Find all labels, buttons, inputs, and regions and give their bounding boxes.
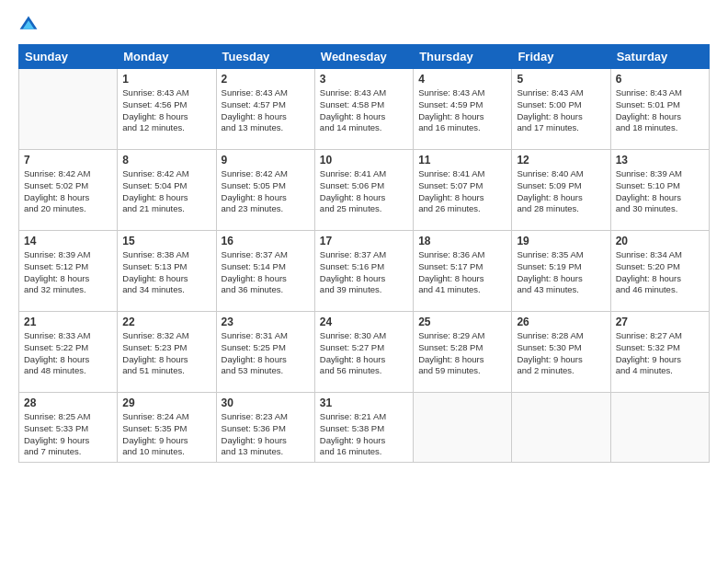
day-number: 3 [320,73,408,86]
cell-text: Sunrise: 8:25 AMSunset: 5:33 PMDaylight:… [24,411,112,458]
cell-text: Sunrise: 8:37 AMSunset: 5:14 PMDaylight:… [222,249,310,296]
cell-text: Sunrise: 8:33 AMSunset: 5:22 PMDaylight:… [24,330,112,377]
day-cell-8: 8Sunrise: 8:42 AMSunset: 5:04 PMDaylight… [118,150,216,231]
header [18,15,710,35]
cell-text: Sunrise: 8:34 AMSunset: 5:20 PMDaylight:… [616,249,704,296]
day-number: 23 [222,316,310,328]
day-cell-7: 7Sunrise: 8:42 AMSunset: 5:02 PMDaylight… [19,150,118,231]
day-number: 13 [616,154,704,167]
day-number: 24 [320,316,408,328]
page: SundayMondayTuesdayWednesdayThursdayFrid… [0,0,728,563]
day-number: 15 [122,235,210,247]
day-number: 12 [517,154,605,167]
day-number: 1 [122,73,210,86]
day-header-thursday: Thursday [414,45,512,69]
day-cell-empty [414,393,512,463]
day-header-wednesday: Wednesday [314,45,413,69]
day-cell-20: 20Sunrise: 8:34 AMSunset: 5:20 PMDayligh… [610,231,709,312]
day-cell-empty [19,69,118,150]
week-row-3: 14Sunrise: 8:39 AMSunset: 5:12 PMDayligh… [19,231,710,312]
day-number: 4 [418,73,506,86]
day-number: 17 [320,235,408,247]
day-cell-31: 31Sunrise: 8:21 AMSunset: 5:38 PMDayligh… [314,393,413,463]
calendar-table: SundayMondayTuesdayWednesdayThursdayFrid… [18,44,710,463]
week-row-1: 1Sunrise: 8:43 AMSunset: 4:56 PMDaylight… [19,69,710,150]
day-cell-3: 3Sunrise: 8:43 AMSunset: 4:58 PMDaylight… [314,69,413,150]
day-number: 20 [616,235,704,247]
cell-text: Sunrise: 8:37 AMSunset: 5:16 PMDaylight:… [320,249,408,296]
day-number: 6 [616,73,704,86]
cell-text: Sunrise: 8:31 AMSunset: 5:25 PMDaylight:… [222,330,310,377]
day-cell-21: 21Sunrise: 8:33 AMSunset: 5:22 PMDayligh… [19,312,118,393]
day-header-sunday: Sunday [19,45,118,69]
cell-text: Sunrise: 8:29 AMSunset: 5:28 PMDaylight:… [418,330,506,377]
day-header-monday: Monday [118,45,216,69]
day-number: 11 [418,154,506,167]
day-header-tuesday: Tuesday [216,45,314,69]
day-number: 5 [517,73,605,86]
day-cell-5: 5Sunrise: 8:43 AMSunset: 5:00 PMDaylight… [512,69,610,150]
cell-text: Sunrise: 8:42 AMSunset: 5:02 PMDaylight:… [24,168,112,215]
cell-text: Sunrise: 8:41 AMSunset: 5:06 PMDaylight:… [320,168,408,215]
day-cell-22: 22Sunrise: 8:32 AMSunset: 5:23 PMDayligh… [118,312,216,393]
day-cell-14: 14Sunrise: 8:39 AMSunset: 5:12 PMDayligh… [19,231,118,312]
day-cell-23: 23Sunrise: 8:31 AMSunset: 5:25 PMDayligh… [216,312,314,393]
day-cell-25: 25Sunrise: 8:29 AMSunset: 5:28 PMDayligh… [414,312,512,393]
day-cell-12: 12Sunrise: 8:40 AMSunset: 5:09 PMDayligh… [512,150,610,231]
day-number: 10 [320,154,408,167]
cell-text: Sunrise: 8:42 AMSunset: 5:04 PMDaylight:… [122,168,210,215]
day-cell-28: 28Sunrise: 8:25 AMSunset: 5:33 PMDayligh… [19,393,118,463]
day-number: 28 [24,396,112,409]
day-cell-24: 24Sunrise: 8:30 AMSunset: 5:27 PMDayligh… [314,312,413,393]
day-cell-6: 6Sunrise: 8:43 AMSunset: 5:01 PMDaylight… [610,69,709,150]
logo [18,15,40,35]
day-cell-18: 18Sunrise: 8:36 AMSunset: 5:17 PMDayligh… [414,231,512,312]
cell-text: Sunrise: 8:43 AMSunset: 4:58 PMDaylight:… [320,87,408,134]
day-header-saturday: Saturday [610,45,709,69]
cell-text: Sunrise: 8:43 AMSunset: 4:59 PMDaylight:… [418,87,506,134]
day-cell-15: 15Sunrise: 8:38 AMSunset: 5:13 PMDayligh… [118,231,216,312]
day-cell-2: 2Sunrise: 8:43 AMSunset: 4:57 PMDaylight… [216,69,314,150]
day-number: 30 [222,396,310,409]
cell-text: Sunrise: 8:35 AMSunset: 5:19 PMDaylight:… [517,249,605,296]
cell-text: Sunrise: 8:40 AMSunset: 5:09 PMDaylight:… [517,168,605,215]
header-row: SundayMondayTuesdayWednesdayThursdayFrid… [19,45,710,69]
day-cell-1: 1Sunrise: 8:43 AMSunset: 4:56 PMDaylight… [118,69,216,150]
day-number: 16 [222,235,310,247]
week-row-4: 21Sunrise: 8:33 AMSunset: 5:22 PMDayligh… [19,312,710,393]
day-number: 7 [24,154,112,167]
day-number: 19 [517,235,605,247]
day-cell-17: 17Sunrise: 8:37 AMSunset: 5:16 PMDayligh… [314,231,413,312]
cell-text: Sunrise: 8:27 AMSunset: 5:32 PMDaylight:… [616,330,704,377]
day-number: 22 [122,316,210,328]
day-cell-empty [512,393,610,463]
day-number: 8 [122,154,210,167]
day-number: 18 [418,235,506,247]
day-cell-27: 27Sunrise: 8:27 AMSunset: 5:32 PMDayligh… [610,312,709,393]
cell-text: Sunrise: 8:43 AMSunset: 4:57 PMDaylight:… [222,87,310,134]
cell-text: Sunrise: 8:24 AMSunset: 5:35 PMDaylight:… [122,411,210,458]
day-cell-19: 19Sunrise: 8:35 AMSunset: 5:19 PMDayligh… [512,231,610,312]
week-row-2: 7Sunrise: 8:42 AMSunset: 5:02 PMDaylight… [19,150,710,231]
day-number: 21 [24,316,112,328]
cell-text: Sunrise: 8:42 AMSunset: 5:05 PMDaylight:… [222,168,310,215]
day-number: 25 [418,316,506,328]
day-number: 9 [222,154,310,167]
cell-text: Sunrise: 8:30 AMSunset: 5:27 PMDaylight:… [320,330,408,377]
day-cell-16: 16Sunrise: 8:37 AMSunset: 5:14 PMDayligh… [216,231,314,312]
cell-text: Sunrise: 8:43 AMSunset: 5:00 PMDaylight:… [517,87,605,134]
week-row-5: 28Sunrise: 8:25 AMSunset: 5:33 PMDayligh… [19,393,710,463]
cell-text: Sunrise: 8:39 AMSunset: 5:12 PMDaylight:… [24,249,112,296]
logo-icon [18,15,39,35]
day-cell-empty [610,393,709,463]
day-cell-11: 11Sunrise: 8:41 AMSunset: 5:07 PMDayligh… [414,150,512,231]
day-cell-30: 30Sunrise: 8:23 AMSunset: 5:36 PMDayligh… [216,393,314,463]
cell-text: Sunrise: 8:36 AMSunset: 5:17 PMDaylight:… [418,249,506,296]
day-number: 29 [122,396,210,409]
day-cell-4: 4Sunrise: 8:43 AMSunset: 4:59 PMDaylight… [414,69,512,150]
day-cell-13: 13Sunrise: 8:39 AMSunset: 5:10 PMDayligh… [610,150,709,231]
day-number: 26 [517,316,605,328]
day-number: 31 [320,396,408,409]
cell-text: Sunrise: 8:28 AMSunset: 5:30 PMDaylight:… [517,330,605,377]
day-header-friday: Friday [512,45,610,69]
